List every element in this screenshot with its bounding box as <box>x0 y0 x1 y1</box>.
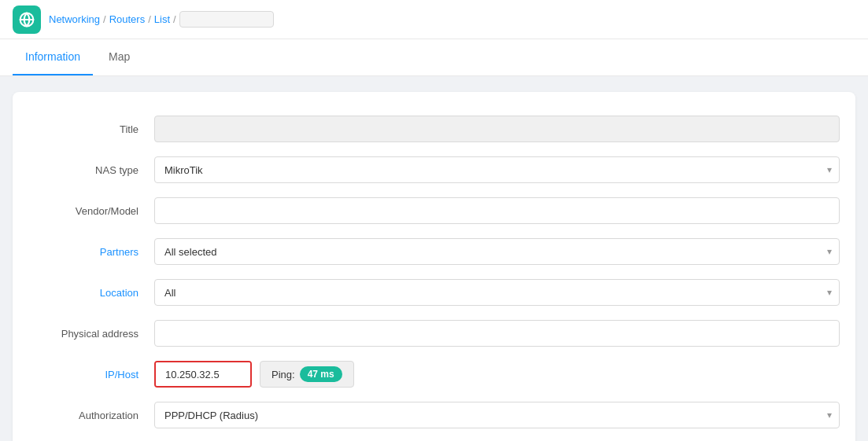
breadcrumb-sep-3: / <box>173 13 176 25</box>
ping-button-badge: 47 ms <box>300 366 342 382</box>
location-label: Location <box>28 287 154 299</box>
title-label: Title <box>28 123 154 135</box>
ping-button[interactable]: Ping:47 ms <box>260 361 354 388</box>
tab-information[interactable]: Information <box>13 39 93 75</box>
title-input[interactable] <box>154 116 840 142</box>
breadcrumb-networking[interactable]: Networking <box>49 13 100 25</box>
ip-host-label: IP/Host <box>28 369 154 380</box>
nas-type-select-wrapper: MikroTik ▾ <box>154 156 840 183</box>
location-select[interactable]: All <box>154 279 840 306</box>
breadcrumb-routers[interactable]: Routers <box>109 13 146 25</box>
breadcrumb-sep-2: / <box>148 13 151 25</box>
breadcrumb-list[interactable]: List <box>154 13 170 25</box>
nas-type-row: NAS type MikroTik ▾ <box>28 156 840 183</box>
tabs-bar: Information Map <box>0 39 868 76</box>
partners-select[interactable]: All selected <box>154 238 840 265</box>
authorization-select[interactable]: PPP/DHCP (Radius) <box>154 402 840 428</box>
authorization-select-wrapper: PPP/DHCP (Radius) ▾ <box>154 402 840 428</box>
ip-host-input[interactable] <box>156 362 250 386</box>
partners-label: Partners <box>28 246 154 258</box>
partners-row: Partners All selected ▾ <box>28 238 840 265</box>
location-row: Location All ▾ <box>28 279 840 306</box>
breadcrumb-title-input[interactable] <box>179 11 274 28</box>
ping-button-text: Ping: <box>271 369 295 380</box>
tab-map[interactable]: Map <box>96 39 142 75</box>
authorization-label: Authorization <box>28 410 154 421</box>
physical-address-row: Physical address <box>28 320 840 347</box>
nas-type-label: NAS type <box>28 164 154 176</box>
main-content: Title NAS type MikroTik ▾ Vendor/Model P… <box>0 76 868 441</box>
vendor-model-row: Vendor/Model <box>28 197 840 224</box>
physical-address-label: Physical address <box>28 328 154 340</box>
title-row: Title <box>28 116 840 142</box>
breadcrumb-sep-1: / <box>103 13 106 25</box>
top-bar: Networking / Routers / List / <box>0 0 868 39</box>
vendor-model-input[interactable] <box>154 197 840 224</box>
nas-type-select[interactable]: MikroTik <box>154 156 840 183</box>
ip-host-field-group: Ping: 47 ms Ping:47 ms <box>154 361 840 388</box>
partners-select-wrapper: All selected ▾ <box>154 238 840 265</box>
physical-address-input[interactable] <box>154 320 840 347</box>
ip-host-input-wrapper <box>154 361 252 388</box>
ip-host-row: IP/Host Ping: 47 ms Ping:47 ms <box>28 361 840 388</box>
form-card: Title NAS type MikroTik ▾ Vendor/Model P… <box>13 92 855 441</box>
logo-icon <box>13 6 41 34</box>
vendor-model-label: Vendor/Model <box>28 205 154 217</box>
authorization-row: Authorization PPP/DHCP (Radius) ▾ <box>28 402 840 428</box>
location-select-wrapper: All ▾ <box>154 279 840 306</box>
breadcrumb: Networking / Routers / List / <box>49 11 274 28</box>
